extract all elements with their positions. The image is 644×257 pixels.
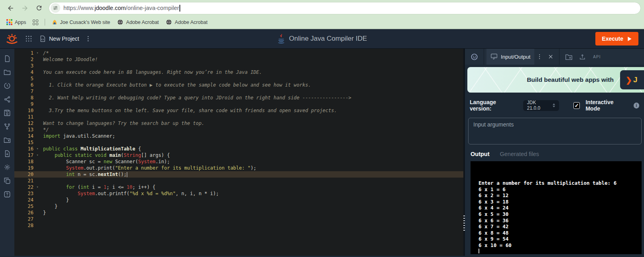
- grid-shortcut-button[interactable]: [30, 18, 41, 26]
- code-line[interactable]: 9: [14, 101, 463, 107]
- code-line[interactable]: 10 3.Try the menu buttons on the left. S…: [14, 107, 463, 114]
- code-line[interactable]: 14import java.util.Scanner;: [14, 133, 463, 139]
- code-line[interactable]: 12Want to change languages? Try the sear…: [14, 120, 463, 127]
- project-menu-icon[interactable]: [85, 35, 91, 42]
- code-line[interactable]: 18 Scanner sc = new Scanner(System.in);: [14, 158, 463, 165]
- fold-arrow-icon[interactable]: [35, 56, 40, 63]
- code-line[interactable]: 13*/: [14, 127, 463, 133]
- code-line[interactable]: 3: [14, 63, 463, 69]
- project-selector[interactable]: New Project: [39, 35, 79, 42]
- refresh-button[interactable]: [33, 2, 45, 14]
- code-line[interactable]: 22▾ for (int i = 1; i <= 10; i++) {: [14, 184, 463, 190]
- io-tab-menu-button[interactable]: [534, 49, 545, 65]
- fold-arrow-icon[interactable]: [35, 222, 40, 229]
- code-line[interactable]: 7: [14, 88, 463, 95]
- fold-arrow-icon[interactable]: [35, 158, 40, 165]
- fold-arrow-icon[interactable]: [35, 165, 40, 171]
- fold-arrow-icon[interactable]: [35, 210, 40, 216]
- fold-arrow-icon[interactable]: [35, 82, 40, 88]
- code-line[interactable]: 8 2. Want help writing or debugging code…: [14, 95, 463, 101]
- code-line[interactable]: 6 1. Click the orange Execute button ▶ t…: [14, 82, 463, 88]
- fold-arrow-icon[interactable]: [35, 107, 40, 114]
- site-settings-badge[interactable]: [51, 3, 60, 13]
- fold-arrow-icon[interactable]: [35, 190, 40, 197]
- sidebar-button-folder-upload-icon[interactable]: [0, 133, 14, 147]
- api-button[interactable]: API: [589, 55, 605, 59]
- code-line[interactable]: 20 int n = sc.nextInt();: [14, 171, 463, 178]
- code-line[interactable]: 11: [14, 114, 463, 120]
- input-arguments-field[interactable]: [468, 118, 642, 144]
- promo-banner[interactable]: Build beautiful web apps with ❯ J: [467, 67, 644, 93]
- sidebar-button-settings-gear-icon[interactable]: [0, 160, 14, 174]
- apps-shortcut[interactable]: Apps: [4, 18, 29, 26]
- address-bar[interactable]: https://www.jdoodle.com/online-java-comp…: [49, 2, 641, 14]
- sidebar-button-history-icon[interactable]: [0, 79, 14, 93]
- code-editor[interactable]: 1▾/*2Welcome to JDoodle!3 4You can execu…: [14, 49, 465, 256]
- promo-banner-logo[interactable]: ❯ J: [620, 70, 644, 89]
- tab-input-output[interactable]: Input/Output: [486, 49, 534, 65]
- code-line[interactable]: 23 System.out.printf("%d x %d = %d%n", n…: [14, 190, 463, 197]
- bookmark-item[interactable]: Joe Cusack's Web site: [49, 18, 113, 27]
- tab-output[interactable]: Output: [471, 151, 490, 157]
- code-line[interactable]: 27: [14, 216, 463, 222]
- info-icon[interactable]: i: [634, 103, 639, 109]
- fold-arrow-icon[interactable]: [35, 127, 40, 133]
- code-line[interactable]: 5: [14, 75, 463, 82]
- bookmark-item[interactable]: Adobe Acrobat: [163, 18, 210, 27]
- fold-arrow-icon[interactable]: ▾: [35, 146, 40, 152]
- tab-generated-files[interactable]: Generated files: [500, 151, 539, 157]
- fold-arrow-icon[interactable]: [35, 95, 40, 101]
- sidebar-button-copy-icon[interactable]: [0, 174, 14, 188]
- code-line[interactable]: 17▾ public static void main(String[] arg…: [14, 152, 463, 158]
- language-version-select[interactable]: JDK 21.0.0: [523, 100, 559, 111]
- code-line[interactable]: 21: [14, 178, 463, 184]
- code-line[interactable]: 24 }: [14, 197, 463, 203]
- fold-arrow-icon[interactable]: [35, 197, 40, 203]
- fold-arrow-icon[interactable]: [35, 88, 40, 95]
- fold-arrow-icon[interactable]: [35, 101, 40, 107]
- open-files-button[interactable]: [562, 49, 576, 65]
- jdoodle-logo[interactable]: [6, 32, 18, 45]
- upload-button[interactable]: [576, 49, 589, 65]
- sidebar-button-fork-icon[interactable]: [0, 120, 14, 133]
- bookmark-item[interactable]: Adobe Acrobat: [115, 18, 161, 27]
- fold-arrow-icon[interactable]: [35, 69, 40, 75]
- code-line[interactable]: 2Welcome to JDoodle!: [14, 56, 463, 63]
- fold-arrow-icon[interactable]: ▾: [35, 152, 40, 158]
- io-tab-close-button[interactable]: [545, 49, 557, 65]
- forward-button[interactable]: [19, 2, 30, 14]
- code-line[interactable]: 26}: [14, 210, 463, 216]
- execute-button[interactable]: Execute: [595, 32, 638, 45]
- fold-arrow-icon[interactable]: [35, 178, 40, 184]
- apps-grid-icon[interactable]: [25, 35, 33, 43]
- back-button[interactable]: [5, 2, 16, 14]
- fold-arrow-icon[interactable]: ▾: [35, 50, 40, 56]
- sidebar-button-file-icon[interactable]: [0, 52, 14, 65]
- fold-arrow-icon[interactable]: [35, 75, 40, 82]
- sidebar-button-save-icon[interactable]: [0, 106, 14, 120]
- code-line[interactable]: 19 System.out.print("Enter a number for …: [14, 165, 463, 171]
- code-line[interactable]: 28: [14, 222, 463, 229]
- fold-arrow-icon[interactable]: [35, 120, 40, 127]
- fold-arrow-icon[interactable]: [35, 139, 40, 146]
- fold-arrow-icon[interactable]: [35, 114, 40, 120]
- sidebar-button-file-download-icon[interactable]: [0, 147, 14, 160]
- code-line[interactable]: 15: [14, 139, 463, 146]
- panel-resize-handle[interactable]: [463, 215, 465, 231]
- fold-arrow-icon[interactable]: [35, 203, 40, 210]
- interactive-mode-checkbox[interactable]: ✓: [573, 102, 580, 109]
- sidebar-button-folder-icon[interactable]: [0, 65, 14, 79]
- code-line[interactable]: 16▾public class MultiplicationTable {: [14, 146, 463, 152]
- fold-arrow-icon[interactable]: [35, 216, 40, 222]
- code-line[interactable]: 1▾/*: [14, 50, 463, 56]
- sidebar-button-help-icon[interactable]: [0, 188, 14, 201]
- fold-arrow-icon[interactable]: [35, 171, 40, 178]
- fold-arrow-icon[interactable]: [35, 63, 40, 69]
- code-line[interactable]: 25 }: [14, 203, 463, 210]
- output-terminal[interactable]: Enter a number for its multiplication ta…: [471, 161, 642, 254]
- fold-arrow-icon[interactable]: [35, 133, 40, 139]
- fold-arrow-icon[interactable]: ▾: [35, 184, 40, 190]
- code-line[interactable]: 4You can execute code here in 88 languag…: [14, 69, 463, 75]
- jdroid-button[interactable]: [467, 49, 481, 65]
- sidebar-button-share-icon[interactable]: [0, 93, 14, 106]
